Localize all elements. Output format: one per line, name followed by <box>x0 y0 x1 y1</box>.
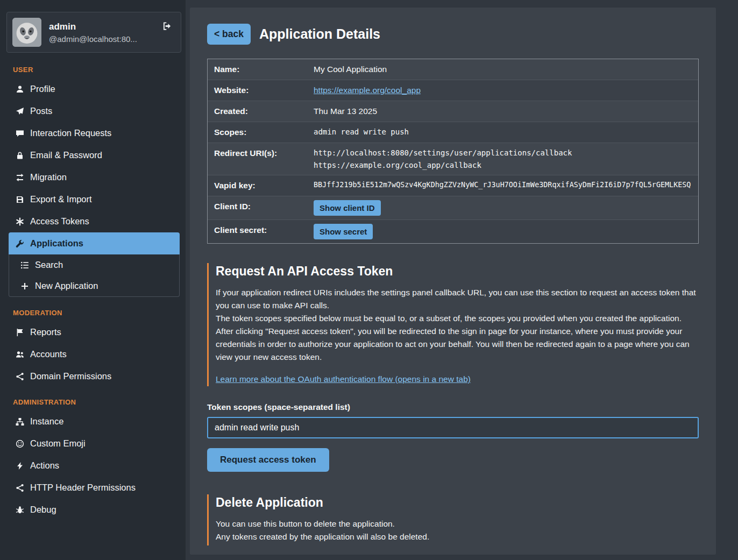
sidebar-item-actions[interactable]: Actions <box>0 455 186 477</box>
sidebar-item-posts[interactable]: Posts <box>0 100 186 122</box>
website-link[interactable]: https://example.org/cool_app <box>314 86 421 95</box>
applications-submenu: Search New Application <box>9 254 180 297</box>
request-token-paragraph-1: If your application redirect URIs includ… <box>216 286 699 312</box>
sidebar-item-label: Migration <box>30 172 67 182</box>
request-token-paragraph-3: After clicking "Request access token", y… <box>216 325 699 364</box>
sidebar-item-label: Access Tokens <box>30 216 89 226</box>
sidebar-item-interaction-requests[interactable]: Interaction Requests <box>0 122 186 144</box>
request-token-paragraph-2: The token scopes specified below must be… <box>216 312 699 325</box>
token-scopes-label: Token scopes (space-separated list) <box>207 402 699 412</box>
comment-icon <box>15 129 25 138</box>
table-row-created: Created: Thu Mar 13 2025 <box>208 101 698 122</box>
section-label-moderation: MODERATION <box>0 298 186 321</box>
row-label: Scopes: <box>208 122 307 143</box>
created-value: Thu Mar 13 2025 <box>307 101 698 122</box>
sidebar-item-label: Profile <box>30 84 55 94</box>
sidebar-item-label: Debug <box>30 505 56 515</box>
share-nodes-icon <box>15 484 25 492</box>
show-secret-button[interactable]: Show secret <box>314 224 373 239</box>
smiley-icon <box>15 440 25 448</box>
redirect-uri-2: https://example.org/cool_app/callback <box>314 161 692 169</box>
sidebar-item-label: Accounts <box>30 349 67 359</box>
sidebar-item-label: Domain Permissions <box>30 371 111 381</box>
row-label: Redirect URI(s): <box>208 143 307 164</box>
plus-icon <box>20 282 30 290</box>
username: admin <box>49 22 137 32</box>
sidebar-item-access-tokens[interactable]: Access Tokens <box>0 210 186 232</box>
table-row-vapid-key: Vapid key: BBJffJ219b5iE512m7wQSzv4KgKDh… <box>208 175 698 196</box>
panel-header: < back Application Details <box>207 24 699 45</box>
request-access-token-button[interactable]: Request access token <box>207 448 329 472</box>
sidebar-item-label: Posts <box>30 106 52 116</box>
sidebar-item-label: New Application <box>35 281 98 291</box>
asterisk-icon <box>15 217 25 226</box>
user-meta: admin @admin@localhost:80... <box>49 22 137 44</box>
request-token-section: Request An API Access Token If your appl… <box>207 263 699 386</box>
sidebar-item-label: Applications <box>30 238 83 249</box>
redirect-uri-1: http://localhost:8080/settings/user/appl… <box>314 148 692 157</box>
user-handle: @admin@localhost:80... <box>49 34 137 44</box>
row-label: Vapid key: <box>208 175 307 196</box>
back-button[interactable]: < back <box>207 24 251 45</box>
sidebar-item-reports[interactable]: Reports <box>0 321 186 343</box>
application-details-panel: < back Application Details Name: My Cool… <box>190 8 716 555</box>
oauth-docs-link[interactable]: Learn more about the OAuth authenticatio… <box>216 374 471 384</box>
table-row-client-secret: Client secret: Show secret <box>208 220 698 243</box>
sidebar-item-label: Interaction Requests <box>30 128 111 138</box>
lock-icon <box>15 151 25 160</box>
flag-icon <box>15 328 25 337</box>
sidebar-item-domain-permissions[interactable]: Domain Permissions <box>0 365 186 387</box>
sidebar-item-export-import[interactable]: Export & Import <box>0 188 186 210</box>
sidebar-item-debug[interactable]: Debug <box>0 499 186 521</box>
sidebar-item-label: HTTP Header Permissions <box>30 483 136 493</box>
row-label: Client ID: <box>208 196 307 217</box>
bolt-icon <box>15 462 25 470</box>
sidebar-item-email-password[interactable]: Email & Password <box>0 144 186 166</box>
sidebar-item-migration[interactable]: Migration <box>0 166 186 188</box>
section-label-user: USER <box>0 55 186 78</box>
vapid-key-value: BBJffJ219b5iE512m7wQSzv4KgKDhgZZVzNyWC_r… <box>307 175 698 194</box>
avatar <box>12 18 41 47</box>
row-label: Client secret: <box>208 220 307 240</box>
row-label: Website: <box>208 80 307 101</box>
sidebar-item-label: Custom Emoji <box>30 438 86 449</box>
sidebar-item-http-header-permissions[interactable]: HTTP Header Permissions <box>0 477 186 499</box>
page-title: Application Details <box>259 26 380 42</box>
sidebar-item-applications[interactable]: Applications <box>9 232 180 254</box>
table-row-website: Website: https://example.org/cool_app <box>208 80 698 101</box>
sidebar-item-label: Email & Password <box>30 150 102 160</box>
nav-group-applications: Applications Search New Application <box>9 232 180 297</box>
token-scopes-input[interactable] <box>207 417 699 438</box>
delete-line-1: You can use this button to delete the ap… <box>216 518 699 530</box>
list-icon <box>20 261 30 270</box>
sidebar-item-label: Search <box>35 260 63 270</box>
share-nodes-icon <box>15 372 25 381</box>
sign-out-icon[interactable] <box>162 21 172 33</box>
paper-plane-icon <box>15 107 25 116</box>
table-row-redirect-uris: Redirect URI(s): http://localhost:8080/s… <box>208 143 698 175</box>
sidebar-item-search[interactable]: Search <box>9 254 179 275</box>
details-table: Name: My Cool Application Website: https… <box>207 59 699 244</box>
row-label: Name: <box>208 59 307 80</box>
section-label-administration: ADMINISTRATION <box>0 387 186 410</box>
sidebar-item-instance[interactable]: Instance <box>0 410 186 433</box>
delete-application-heading: Delete Application <box>216 495 699 510</box>
bug-icon <box>15 506 25 514</box>
sidebar-item-accounts[interactable]: Accounts <box>0 343 186 365</box>
table-row-scopes: Scopes: admin read write push <box>208 122 698 143</box>
sidebar-item-label: Instance <box>30 416 63 427</box>
users-icon <box>15 350 25 359</box>
sidebar-item-new-application[interactable]: New Application <box>9 275 179 296</box>
user-card[interactable]: admin @admin@localhost:80... <box>6 12 181 53</box>
scopes-value: admin read write push <box>307 122 698 141</box>
sidebar: admin @admin@localhost:80... USER Profil… <box>0 0 186 560</box>
sidebar-item-label: Export & Import <box>30 194 92 204</box>
sidebar-item-label: Actions <box>30 460 59 471</box>
show-client-id-button[interactable]: Show client ID <box>314 200 381 216</box>
app-name-value: My Cool Application <box>307 59 698 80</box>
table-row-client-id: Client ID: Show client ID <box>208 196 698 220</box>
sidebar-item-custom-emoji[interactable]: Custom Emoji <box>0 433 186 455</box>
sidebar-item-profile[interactable]: Profile <box>0 78 186 100</box>
row-label: Created: <box>208 101 307 122</box>
save-icon <box>15 195 25 204</box>
